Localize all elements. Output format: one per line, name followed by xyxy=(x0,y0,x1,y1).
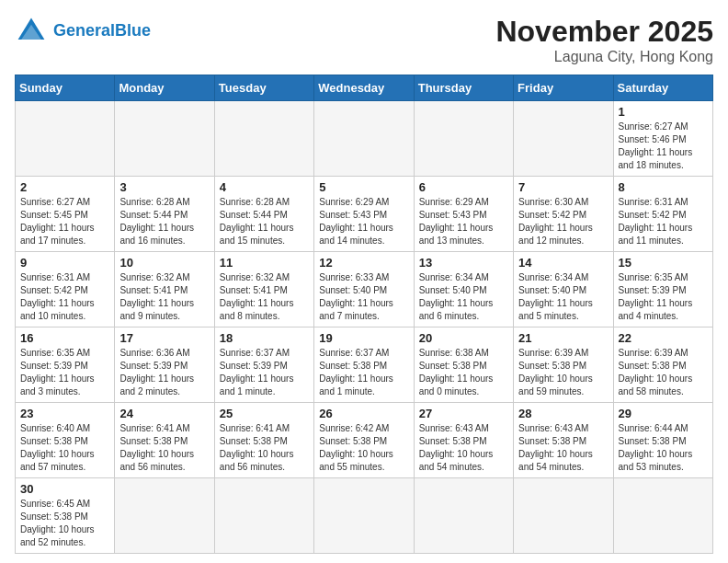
calendar-cell: 7Sunrise: 6:30 AM Sunset: 5:42 PM Daylig… xyxy=(514,177,613,252)
day-info: Sunrise: 6:41 AM Sunset: 5:38 PM Dayligh… xyxy=(119,422,209,474)
calendar-cell: 16Sunrise: 6:35 AM Sunset: 5:39 PM Dayli… xyxy=(16,327,115,403)
day-number: 16 xyxy=(20,331,109,345)
day-info: Sunrise: 6:39 AM Sunset: 5:38 PM Dayligh… xyxy=(518,347,608,398)
calendar-cell xyxy=(115,101,214,177)
day-info: Sunrise: 6:39 AM Sunset: 5:38 PM Dayligh… xyxy=(619,347,708,398)
day-info: Sunrise: 6:34 AM Sunset: 5:40 PM Dayligh… xyxy=(419,271,508,323)
day-number: 13 xyxy=(419,256,508,270)
location-title: Laguna City, Hong Kong xyxy=(495,49,713,65)
day-number: 12 xyxy=(319,256,408,270)
day-number: 26 xyxy=(319,407,408,420)
day-info: Sunrise: 6:27 AM Sunset: 5:46 PM Dayligh… xyxy=(619,121,708,172)
day-info: Sunrise: 6:45 AM Sunset: 5:38 PM Dayligh… xyxy=(20,498,109,549)
week-row-5: 30Sunrise: 6:45 AM Sunset: 5:38 PM Dayli… xyxy=(16,478,713,554)
calendar-cell xyxy=(314,101,414,177)
day-number: 6 xyxy=(419,180,508,194)
calendar-table: SundayMondayTuesdayWednesdayThursdayFrid… xyxy=(15,75,713,554)
calendar-cell: 2Sunrise: 6:27 AM Sunset: 5:45 PM Daylig… xyxy=(16,177,115,252)
day-info: Sunrise: 6:28 AM Sunset: 5:44 PM Dayligh… xyxy=(119,196,209,247)
day-number: 5 xyxy=(319,180,408,194)
day-number: 19 xyxy=(319,331,408,345)
day-number: 28 xyxy=(518,407,608,420)
calendar-cell: 29Sunrise: 6:44 AM Sunset: 5:38 PM Dayli… xyxy=(613,403,712,478)
weekday-header-monday: Monday xyxy=(115,75,214,101)
day-info: Sunrise: 6:40 AM Sunset: 5:38 PM Dayligh… xyxy=(20,422,109,474)
day-number: 24 xyxy=(119,407,209,420)
calendar-cell: 21Sunrise: 6:39 AM Sunset: 5:38 PM Dayli… xyxy=(514,327,613,403)
calendar-cell: 4Sunrise: 6:28 AM Sunset: 5:44 PM Daylig… xyxy=(214,177,313,252)
day-info: Sunrise: 6:29 AM Sunset: 5:43 PM Dayligh… xyxy=(319,196,408,247)
calendar-cell: 3Sunrise: 6:28 AM Sunset: 5:44 PM Daylig… xyxy=(115,177,214,252)
day-number: 9 xyxy=(20,256,109,270)
day-info: Sunrise: 6:31 AM Sunset: 5:42 PM Dayligh… xyxy=(619,196,708,247)
calendar-cell: 23Sunrise: 6:40 AM Sunset: 5:38 PM Dayli… xyxy=(16,403,115,478)
calendar-cell xyxy=(16,101,115,177)
calendar-cell: 24Sunrise: 6:41 AM Sunset: 5:38 PM Dayli… xyxy=(115,403,214,478)
week-row-4: 23Sunrise: 6:40 AM Sunset: 5:38 PM Dayli… xyxy=(16,403,713,478)
weekday-header-thursday: Thursday xyxy=(414,75,513,101)
day-number: 7 xyxy=(518,180,608,194)
week-row-0: 1Sunrise: 6:27 AM Sunset: 5:46 PM Daylig… xyxy=(16,101,713,177)
logo: GeneralBlue xyxy=(15,15,151,48)
day-number: 15 xyxy=(619,256,708,270)
calendar-cell xyxy=(414,101,513,177)
day-info: Sunrise: 6:36 AM Sunset: 5:39 PM Dayligh… xyxy=(119,347,209,398)
day-number: 30 xyxy=(20,482,109,496)
day-info: Sunrise: 6:35 AM Sunset: 5:39 PM Dayligh… xyxy=(20,347,109,398)
weekday-header-row: SundayMondayTuesdayWednesdayThursdayFrid… xyxy=(16,75,713,101)
day-info: Sunrise: 6:35 AM Sunset: 5:39 PM Dayligh… xyxy=(619,271,708,323)
day-info: Sunrise: 6:38 AM Sunset: 5:38 PM Dayligh… xyxy=(419,347,508,398)
logo-text: GeneralBlue xyxy=(53,22,151,40)
calendar-cell: 18Sunrise: 6:37 AM Sunset: 5:39 PM Dayli… xyxy=(214,327,313,403)
day-info: Sunrise: 6:44 AM Sunset: 5:38 PM Dayligh… xyxy=(619,422,708,474)
day-number: 2 xyxy=(20,180,109,194)
header: GeneralBlue November 2025 Laguna City, H… xyxy=(15,15,713,65)
calendar-cell: 13Sunrise: 6:34 AM Sunset: 5:40 PM Dayli… xyxy=(414,252,513,327)
day-number: 1 xyxy=(619,105,708,119)
calendar-cell xyxy=(514,478,613,554)
calendar-cell: 28Sunrise: 6:43 AM Sunset: 5:38 PM Dayli… xyxy=(514,403,613,478)
week-row-2: 9Sunrise: 6:31 AM Sunset: 5:42 PM Daylig… xyxy=(16,252,713,327)
calendar-cell xyxy=(214,101,313,177)
day-info: Sunrise: 6:28 AM Sunset: 5:44 PM Dayligh… xyxy=(220,196,309,247)
logo-general: General xyxy=(53,21,115,40)
calendar-cell: 30Sunrise: 6:45 AM Sunset: 5:38 PM Dayli… xyxy=(16,478,115,554)
day-info: Sunrise: 6:32 AM Sunset: 5:41 PM Dayligh… xyxy=(119,271,209,323)
day-number: 29 xyxy=(619,407,708,420)
logo-blue: Blue xyxy=(115,21,151,40)
day-number: 17 xyxy=(119,331,209,345)
calendar-cell: 20Sunrise: 6:38 AM Sunset: 5:38 PM Dayli… xyxy=(414,327,513,403)
calendar-cell xyxy=(214,478,313,554)
day-number: 14 xyxy=(518,256,608,270)
day-info: Sunrise: 6:29 AM Sunset: 5:43 PM Dayligh… xyxy=(419,196,508,247)
day-info: Sunrise: 6:43 AM Sunset: 5:38 PM Dayligh… xyxy=(518,422,608,474)
calendar-cell: 17Sunrise: 6:36 AM Sunset: 5:39 PM Dayli… xyxy=(115,327,214,403)
day-info: Sunrise: 6:37 AM Sunset: 5:38 PM Dayligh… xyxy=(319,347,408,398)
calendar-cell: 5Sunrise: 6:29 AM Sunset: 5:43 PM Daylig… xyxy=(314,177,414,252)
calendar-cell: 14Sunrise: 6:34 AM Sunset: 5:40 PM Dayli… xyxy=(514,252,613,327)
day-number: 8 xyxy=(619,180,708,194)
day-info: Sunrise: 6:43 AM Sunset: 5:38 PM Dayligh… xyxy=(419,422,508,474)
calendar-cell: 6Sunrise: 6:29 AM Sunset: 5:43 PM Daylig… xyxy=(414,177,513,252)
day-number: 3 xyxy=(119,180,209,194)
day-info: Sunrise: 6:31 AM Sunset: 5:42 PM Dayligh… xyxy=(20,271,109,323)
day-number: 18 xyxy=(220,331,309,345)
day-info: Sunrise: 6:30 AM Sunset: 5:42 PM Dayligh… xyxy=(518,196,608,247)
weekday-header-tuesday: Tuesday xyxy=(214,75,313,101)
day-info: Sunrise: 6:27 AM Sunset: 5:45 PM Dayligh… xyxy=(20,196,109,247)
day-number: 27 xyxy=(419,407,508,420)
calendar-cell xyxy=(314,478,414,554)
day-info: Sunrise: 6:42 AM Sunset: 5:38 PM Dayligh… xyxy=(319,422,408,474)
calendar-cell: 19Sunrise: 6:37 AM Sunset: 5:38 PM Dayli… xyxy=(314,327,414,403)
weekday-header-wednesday: Wednesday xyxy=(314,75,414,101)
week-row-1: 2Sunrise: 6:27 AM Sunset: 5:45 PM Daylig… xyxy=(16,177,713,252)
logo-icon xyxy=(15,15,48,48)
day-number: 22 xyxy=(619,331,708,345)
weekday-header-saturday: Saturday xyxy=(613,75,712,101)
calendar-cell xyxy=(115,478,214,554)
calendar-cell: 1Sunrise: 6:27 AM Sunset: 5:46 PM Daylig… xyxy=(613,101,712,177)
calendar-cell: 9Sunrise: 6:31 AM Sunset: 5:42 PM Daylig… xyxy=(16,252,115,327)
weekday-header-sunday: Sunday xyxy=(16,75,115,101)
calendar-cell: 11Sunrise: 6:32 AM Sunset: 5:41 PM Dayli… xyxy=(214,252,313,327)
day-info: Sunrise: 6:32 AM Sunset: 5:41 PM Dayligh… xyxy=(220,271,309,323)
